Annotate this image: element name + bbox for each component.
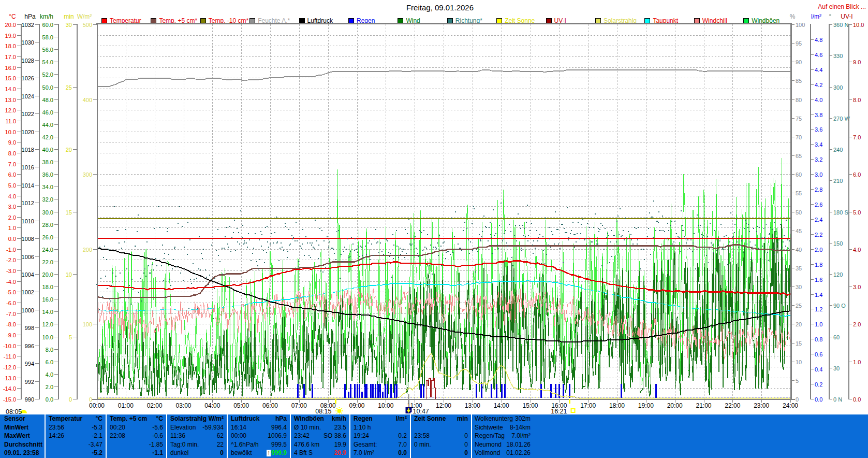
table-separator xyxy=(349,414,350,458)
col-unit: min xyxy=(414,415,468,423)
axis-tick-label: 3.6 xyxy=(815,126,822,133)
axis-tick-label: 12.0 xyxy=(42,321,53,327)
axis-tick-label: 85 xyxy=(796,78,802,84)
stats-bar: SensorMinWertMaxWertDurchschnitt09.01. 2… xyxy=(0,414,868,458)
axis-tick-label: 24.0 xyxy=(42,247,53,253)
col-unit: km/h xyxy=(294,415,346,423)
axis-tick-label: 3.0 xyxy=(853,284,861,290)
table-separator xyxy=(290,414,291,458)
axis-tick-label: 3.0 xyxy=(8,204,16,210)
marker-16-21 xyxy=(570,399,575,412)
axis-tick-label: -13.0 xyxy=(3,375,16,381)
axis-tick-label: 150 xyxy=(833,240,843,247)
axis-tick-label: 10.0 xyxy=(853,22,864,28)
axis-tick-label: 17.0 xyxy=(5,54,16,60)
axis-tick-label: 48.0 xyxy=(42,97,53,103)
axis-tick-label: 20.0 xyxy=(42,271,53,278)
axis-tick-label: 10.0 xyxy=(42,334,53,340)
axis-tick-label: 19.0 xyxy=(5,33,16,39)
axis-tick-label: 1030 xyxy=(22,39,34,46)
axis-tick-label: 5 xyxy=(796,378,799,384)
axis-tick-label: 0.8 xyxy=(815,336,822,342)
axis-tick-label: 9.0 xyxy=(853,59,861,65)
axis-tick-label: 42.0 xyxy=(42,134,53,140)
axis-tick-label: 4.0 xyxy=(8,193,16,199)
series-uv xyxy=(426,378,435,399)
axis-tick-label: 10.0 xyxy=(5,129,16,135)
axis-tick-label: 16.0 xyxy=(42,296,53,303)
col-value: -1.1 xyxy=(110,449,163,457)
axis-tick-label: 0.0 xyxy=(8,236,16,242)
axis-tick-label: 3.8 xyxy=(815,112,822,118)
col-value-current: 20.9 xyxy=(294,449,346,457)
marker-08-15 xyxy=(335,399,343,414)
axis-tick-label: 4.8 xyxy=(815,37,822,43)
col-value: 22 xyxy=(170,441,224,449)
axis-tick-label: -9.0 xyxy=(6,332,16,338)
hour-label: 12:00 xyxy=(436,402,451,409)
axis-tick-label: 6.0 xyxy=(8,171,16,178)
table-separator xyxy=(410,414,411,458)
col-value: -5.2 xyxy=(49,449,102,457)
axis-tick-label: 16.0 xyxy=(5,65,16,71)
axis-tick-label: 56.0 xyxy=(42,47,53,53)
axis-tick-label: 240 xyxy=(833,147,843,153)
axis-tick-label: 20 xyxy=(66,147,72,153)
axis-tick-label: 1002 xyxy=(22,289,34,295)
axis-tick-label: 1.6 xyxy=(815,277,822,283)
axis-tick-label: 25 xyxy=(796,303,802,309)
axis-tick-label: 18.0 xyxy=(5,43,16,49)
axis-tick-label: -5.0 xyxy=(6,289,16,295)
axis-tick-label: 8.0 xyxy=(46,347,53,353)
axis-tick-label: 6.0 xyxy=(46,359,53,365)
axis-lm2 xyxy=(811,24,814,399)
axis-tick-label: 2.4 xyxy=(815,217,822,223)
axis-tick-label: 8.0 xyxy=(853,97,861,103)
axis-tick-label: 75 xyxy=(796,116,802,122)
axis-min xyxy=(73,24,77,399)
weather-app-window: Freitag, 09.01.2026 Auf einen Blick ... … xyxy=(0,0,868,458)
col-value-current: ↑999.9 xyxy=(231,449,287,457)
info-value: 01.02.26 xyxy=(493,449,531,457)
weather-chart: 20.019.018.017.016.015.014.013.012.011.0… xyxy=(0,0,868,414)
axis-tick-label: 1.2 xyxy=(815,306,822,312)
axis-tick-label: 50 xyxy=(796,209,802,216)
axis-tick-label: 120 xyxy=(833,271,843,278)
axis-tick-label: 1024 xyxy=(22,93,34,99)
axis-tick-label: 1004 xyxy=(22,271,34,278)
axis-tick-label: 2.2 xyxy=(815,232,822,238)
axis-deg xyxy=(829,24,833,399)
col-unit: °C xyxy=(49,415,102,423)
axis-tick-label: 2.0 xyxy=(853,321,861,327)
axis-tick-label: -4.0 xyxy=(6,279,16,285)
table-separator xyxy=(227,414,228,458)
axis-tick-label: 35 xyxy=(796,265,802,271)
col-value: 0.0 xyxy=(354,449,407,457)
hour-label: 15:00 xyxy=(522,402,538,409)
axis-tick-label: 1014 xyxy=(22,182,34,189)
axis-unit-label: l/m² xyxy=(811,13,821,20)
col-value: -0.6 xyxy=(110,432,163,440)
axis-tick-label: -14.0 xyxy=(3,385,16,392)
axis-tick-label: 28.0 xyxy=(42,222,53,228)
axis-tick-label: 4.0 xyxy=(853,247,861,253)
axis-tick-label: 0 xyxy=(89,396,92,403)
axis-tick-label: 45 xyxy=(796,228,802,234)
axis-tick-label: 6.0 xyxy=(853,171,861,178)
axis-tick-label: 0.6 xyxy=(815,351,822,357)
axis-tick-label: 32.0 xyxy=(42,196,53,203)
axis-unit-label: UV-I xyxy=(841,13,852,20)
hour-label: 20:00 xyxy=(667,402,683,409)
axis-tick-label: 30 xyxy=(66,22,72,28)
axis-tick-label: 4.4 xyxy=(815,67,822,73)
axis-tick-label: 15.0 xyxy=(5,75,16,81)
axis-tick-label: 1.0 xyxy=(853,359,861,365)
axis-tick-label: 0 N xyxy=(833,396,842,403)
axis-tick-label: 90 O xyxy=(833,303,846,309)
axis-tick-label: 18.0 xyxy=(42,284,53,290)
table-row-header: 09.01. 23:58 xyxy=(4,449,43,457)
axis-tick-label: 1.4 xyxy=(815,292,822,298)
axis-tick-label: 990 xyxy=(25,396,34,403)
hour-label: 13:00 xyxy=(465,402,480,409)
series-rain-bars xyxy=(297,384,657,398)
